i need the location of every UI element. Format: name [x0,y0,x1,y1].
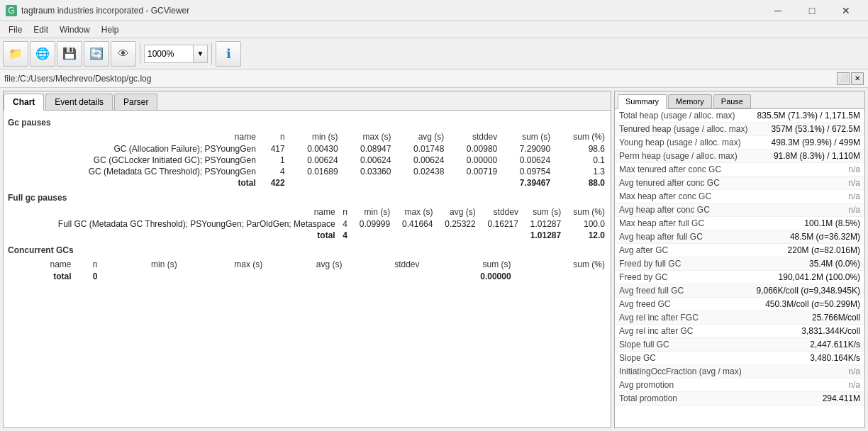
tab-summary[interactable]: Summary [618,94,667,109]
summary-value: n/a [761,380,860,390]
summary-value: 357M (53.1%) / 672.5M [761,124,860,134]
row-avg: 0.01748 [394,143,447,155]
row-stddev: 0.16217 [479,218,521,230]
list-item: Avg promotionn/a [615,379,864,392]
menu-help[interactable]: Help [96,23,125,36]
col-stddev: stddev [447,130,500,143]
tab-memory[interactable]: Memory [668,94,712,108]
list-item: Total heap (usage / alloc. max)835.5M (7… [615,109,864,123]
concurrent-gcs-table: name n min (s) max (s) avg (s) stddev su… [6,258,608,282]
row-name: GC (Allocation Failure); PSYoungGen [6,143,259,155]
row-sum-pct: 0.1 [553,155,608,166]
list-item: Total promotion294.411M [615,392,864,405]
close-button[interactable]: ✕ [830,0,862,21]
row-n: 417 [259,143,288,155]
list-item: Slope GC3,480.164K/s [615,352,864,365]
list-item: Freed by full GC35.4M (0.0%) [615,257,864,271]
col-min: min (s) [100,258,179,271]
summary-label: InitiatingOccFraction (avg / max) [619,366,761,376]
row-stddev: 0.00000 [447,155,500,166]
refresh-button[interactable]: 🔄 [84,41,109,67]
window-controls: ─ □ ✕ [762,0,862,21]
summary-label: Perm heap (usage / alloc. max) [619,151,761,161]
summary-value: n/a [761,191,860,201]
row-avg: 0.00624 [394,155,447,166]
col-n: n [259,130,288,143]
summary-label: Avg heap after conc GC [619,205,761,215]
summary-label: Avg tenured after conc GC [619,178,761,188]
summary-content: Total heap (usage / alloc. max)835.5M (7… [615,109,864,427]
list-item: InitiatingOccFraction (avg / max)n/a [615,365,864,379]
summary-value: 100.1M (8.5%) [761,218,860,228]
tab-parser[interactable]: Parser [114,94,157,110]
col-stddev: stddev [479,206,521,218]
total-sum-pct: 88.0 [553,177,608,189]
maximize-button[interactable]: □ [796,0,828,21]
watch-button[interactable]: 👁 [111,41,136,67]
close-panel-button[interactable]: ✕ [851,72,864,85]
zoom-input[interactable] [144,45,194,63]
summary-label: Avg freed GC [619,299,761,309]
list-item: Slope full GC2,447.611K/s [615,338,864,352]
open-button[interactable]: 📁 [3,41,28,67]
save-button[interactable]: 💾 [57,41,82,67]
table-row: GC (Metadata GC Threshold); PSYoungGen 4… [6,166,608,177]
summary-label: Avg promotion [619,380,761,390]
row-n: 1 [259,155,288,166]
col-sum-pct: sum (%) [553,130,608,143]
list-item: Max heap after full GC100.1M (8.5%) [615,217,864,230]
list-item: Avg tenured after conc GCn/a [615,177,864,190]
minimize-button[interactable]: ─ [762,0,794,21]
list-item: Avg freed full GC9,066K/coll (σ=9,348.94… [615,284,864,298]
list-item: Max heap after conc GCn/a [615,190,864,203]
menu-file[interactable]: File [3,23,28,36]
open-url-button[interactable]: 🌐 [30,41,55,67]
gc-content: Gc pauses name n min (s) max (s) avg (s)… [4,111,611,427]
col-avg: avg (s) [394,130,447,143]
list-item: Freed by GC190,041.2M (100.0%) [615,271,864,284]
tab-event-details[interactable]: Event details [45,94,113,110]
summary-value: 35.4M (0.0%) [761,259,860,269]
left-panel: Chart Event details Parser Gc pauses nam… [3,91,611,428]
filebar: file:/C:/Users/Mechrevo/Desktop/gc.log ⬜… [0,69,868,88]
row-max: 0.08947 [341,143,394,155]
summary-label: Avg rel inc after FGC [619,313,761,323]
total-label: total [6,271,74,282]
main-tabs: Chart Event details Parser [4,91,611,111]
row-avg: 0.02438 [394,166,447,177]
total-sum-s: 0.00000 [422,271,513,282]
summary-label: Tenured heap (usage / alloc. max) [619,124,761,134]
toolbar-separator [140,43,140,65]
summary-label: Freed by full GC [619,259,761,269]
menu-edit[interactable]: Edit [28,23,54,36]
maximize-panel-button[interactable]: ⬜ [837,72,850,85]
summary-value: 2,447.611K/s [761,340,860,349]
row-name: GC (Metadata GC Threshold); PSYoungGen [6,166,259,177]
col-max: max (s) [341,130,394,143]
row-max: 0.03360 [341,166,394,177]
tab-chart[interactable]: Chart [4,94,44,111]
app-icon: G [6,5,17,16]
summary-tabs: Summary Memory Pause [615,91,864,109]
menu-window[interactable]: Window [54,23,96,36]
table-row-total: total 0 0.00000 [6,271,608,282]
summary-value: 835.5M (71.3%) / 1,171.5M [757,111,860,121]
summary-label: Slope full GC [619,340,761,349]
list-item: Avg after GC220M (σ=82.016M) [615,244,864,257]
summary-label: Young heap (usage / alloc. max) [619,138,761,147]
summary-value: 450.3M/coll (σ=50.299M) [761,299,860,309]
summary-value: 91.8M (8.3%) / 1,110M [761,151,860,161]
summary-value: 3,831.344K/coll [761,326,860,336]
full-gc-pauses-header: Full gc pauses [6,190,608,206]
total-n: 4 [338,230,350,241]
info-button[interactable]: ℹ [216,41,241,67]
col-max: max (s) [393,206,435,218]
concurrent-gcs-header: Concurrent GCs [6,242,608,258]
total-label: total [6,177,259,189]
full-gc-pauses-table: name n min (s) max (s) avg (s) stddev su… [6,206,608,241]
row-max: 0.00624 [341,155,394,166]
row-sum-s: 0.00624 [500,155,553,166]
total-sum-s: 7.39467 [500,177,553,189]
zoom-dropdown-button[interactable]: ▼ [194,45,208,63]
tab-pause[interactable]: Pause [713,94,751,108]
